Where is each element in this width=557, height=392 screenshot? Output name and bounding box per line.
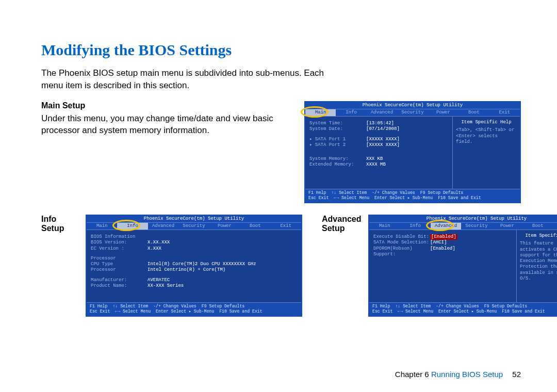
bios-tab-main: Main: [305, 109, 336, 116]
page-title: Modifying the BIOS Settings: [41, 41, 521, 59]
bios-titlebar: Phoenix SecureCore(tm) Setup Utility: [305, 102, 520, 109]
bios-row: DPOROM(Robson) Support:[Enabled]: [373, 246, 512, 258]
main-setup-body: Under this menu, you may change time/dat…: [41, 112, 290, 137]
advanced-setup-heading: Advanced Setup: [322, 215, 364, 233]
bios-help-pane: Item Specific Help <Tab>, <Shift-Tab> or…: [453, 117, 520, 189]
bios-row: BIOS Version:X.XX.XXX: [91, 240, 297, 246]
info-setup-heading: Info Setup: [41, 215, 81, 233]
bios-advanced-screenshot: Phoenix SecureCore(tm) Setup Utility Mai…: [368, 215, 557, 317]
bios-tab-advanced-active: Advanced: [431, 223, 461, 230]
bios-help-text: <Tab>, <Shift-Tab> or <Enter> selects fi…: [456, 127, 517, 145]
bios-row: SATA Mode Selection:[AHCI]: [373, 240, 512, 246]
main-setup-heading: Main Setup: [41, 101, 290, 110]
bios-main-pane: System Time:[13:05:42]System Date:[07/14…: [305, 117, 453, 189]
bios-row: ▸ SATA Port 2[XXXXX XXXX]: [309, 142, 448, 148]
bios-row: Processor: [91, 256, 297, 262]
intro-text: The Phoenix BIOS setup main menu is subd…: [41, 67, 330, 92]
bios-row: BIOS Information: [91, 234, 297, 240]
bios-tab-info: Info: [336, 109, 366, 116]
bios-tab-power: Power: [428, 109, 458, 116]
bios-row: CPU TypeIntel(R) Core(TM)2 Duo CPU XXXXX…: [91, 262, 297, 267]
bios-tab-exit: Exit: [489, 109, 520, 116]
bios-advanced-pane: Execute Disable Bit:[Enabled]SATA Mode S…: [369, 230, 517, 302]
bios-row: Extended Memory:XXXX MB: [309, 162, 448, 168]
chapter-label: Chapter 6: [395, 370, 429, 379]
bios-row: ▸ SATA Port 1[XXXXX XXXX]: [309, 137, 448, 142]
bios-footer: F1 Help ↑↓ Select Item -/+ Change Values…: [305, 189, 520, 202]
bios-tab-info-active: Info: [117, 223, 148, 230]
page-footer: Chapter 6 Running BIOS Setup 52: [395, 370, 521, 379]
bios-row: Execute Disable Bit:[Enabled]: [373, 234, 512, 240]
bios-row: System Memory:XXX KB: [309, 156, 448, 162]
bios-row: ProcessorIntel Centrino(R) + Core(TM): [91, 267, 297, 273]
bios-info-pane: BIOS InformationBIOS Version:X.XX.XXXEC …: [87, 230, 301, 302]
bios-row: System Date:[07/14/2008]: [309, 126, 448, 132]
chapter-name: Running BIOS Setup: [431, 370, 503, 379]
bios-tab-security: Security: [397, 109, 428, 116]
bios-tabs: Main Info Advanced Security Power Boot E…: [305, 109, 520, 117]
bios-row: Manufacturer:AVERATEC: [91, 277, 297, 283]
bios-row: EC Version :X.XXX: [91, 246, 297, 252]
bios-row: System Time:[13:05:42]: [309, 121, 448, 126]
bios-row: Product Name:XX-XXX Series: [91, 283, 297, 289]
bios-main-screenshot: Phoenix SecureCore(tm) Setup Utility Mai…: [304, 101, 521, 203]
bios-tab-boot: Boot: [458, 109, 489, 116]
page-number: 52: [512, 370, 521, 379]
bios-help-text: This feature activates a CPU support for…: [520, 241, 557, 282]
bios-tab-advanced: Advanced: [367, 109, 397, 116]
bios-info-screenshot: Phoenix SecureCore(tm) Setup Utility Mai…: [86, 215, 302, 317]
info-advanced-row: Info Setup Phoenix SecureCore(tm) Setup …: [41, 215, 521, 317]
main-setup-row: Main Setup Under this menu, you may chan…: [41, 101, 521, 203]
